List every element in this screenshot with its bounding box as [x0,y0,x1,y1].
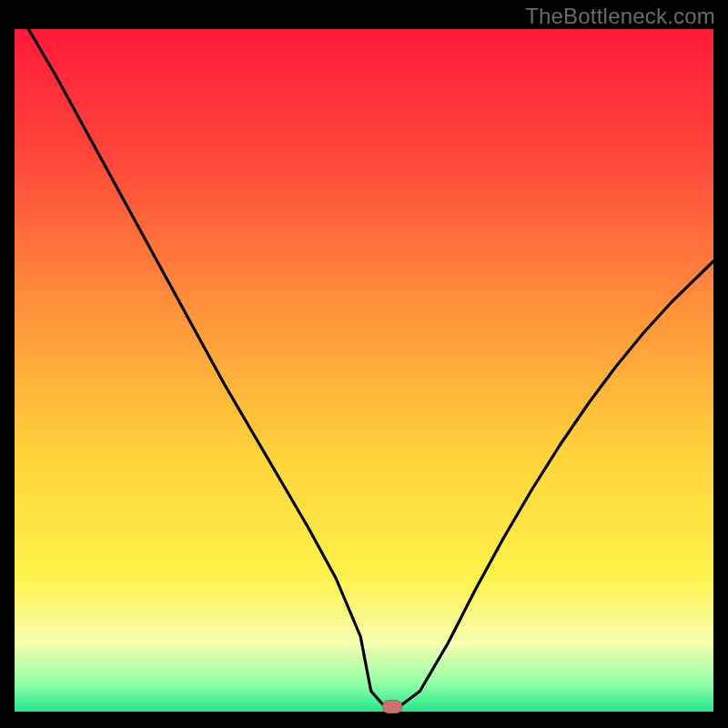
plot-svg [15,29,713,712]
watermark-text: TheBottleneck.com [525,4,715,29]
chart-frame: TheBottleneck.com [0,0,728,728]
plot-area [15,29,713,712]
gradient-background [15,29,713,712]
optimal-marker [382,700,402,713]
